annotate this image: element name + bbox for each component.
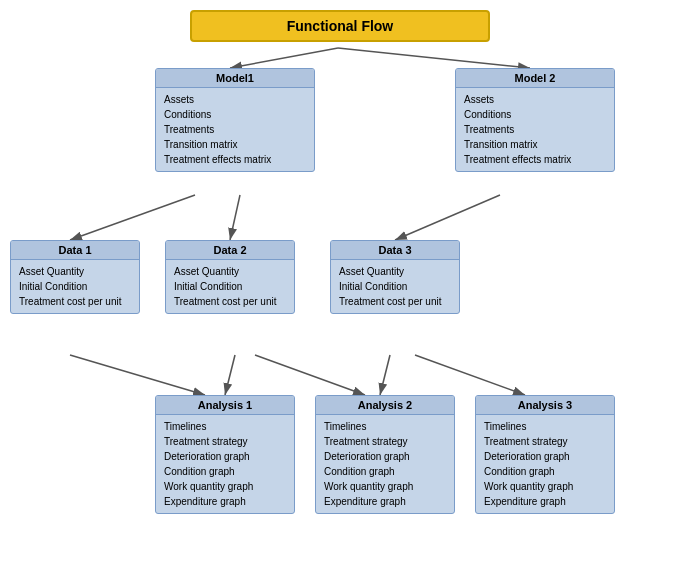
title-box: Functional Flow	[190, 10, 490, 42]
analysis3-item-2: Deterioration graph	[484, 449, 606, 464]
analysis2-box: Analysis 2 Timelines Treatment strategy …	[315, 395, 455, 514]
data3-box: Data 3 Asset Quantity Initial Condition …	[330, 240, 460, 314]
svg-line-6	[70, 355, 205, 395]
model1-item-1: Conditions	[164, 107, 306, 122]
diagram-container: Functional Flow Model1 Assets Conditions…	[0, 0, 675, 579]
model2-body: Assets Conditions Treatments Transition …	[456, 88, 614, 171]
model1-item-0: Assets	[164, 92, 306, 107]
analysis3-item-1: Treatment strategy	[484, 434, 606, 449]
model2-item-1: Conditions	[464, 107, 606, 122]
analysis3-item-3: Condition graph	[484, 464, 606, 479]
analysis1-item-2: Deterioration graph	[164, 449, 286, 464]
data1-box: Data 1 Asset Quantity Initial Condition …	[10, 240, 140, 314]
data1-item-2: Treatment cost per unit	[19, 294, 131, 309]
analysis2-item-2: Deterioration graph	[324, 449, 446, 464]
model2-item-3: Transition matrix	[464, 137, 606, 152]
model1-item-2: Treatments	[164, 122, 306, 137]
analysis2-header: Analysis 2	[316, 396, 454, 415]
svg-line-10	[415, 355, 525, 395]
svg-line-5	[395, 195, 500, 240]
model1-body: Assets Conditions Treatments Transition …	[156, 88, 314, 171]
model2-item-0: Assets	[464, 92, 606, 107]
data3-item-1: Initial Condition	[339, 279, 451, 294]
analysis1-item-4: Work quantity graph	[164, 479, 286, 494]
data3-body: Asset Quantity Initial Condition Treatme…	[331, 260, 459, 313]
analysis3-body: Timelines Treatment strategy Deteriorati…	[476, 415, 614, 513]
analysis1-item-1: Treatment strategy	[164, 434, 286, 449]
data3-item-0: Asset Quantity	[339, 264, 451, 279]
svg-line-9	[380, 355, 390, 395]
data1-item-0: Asset Quantity	[19, 264, 131, 279]
model1-header: Model1	[156, 69, 314, 88]
data2-item-0: Asset Quantity	[174, 264, 286, 279]
data2-header: Data 2	[166, 241, 294, 260]
data2-item-1: Initial Condition	[174, 279, 286, 294]
data3-item-2: Treatment cost per unit	[339, 294, 451, 309]
model1-box: Model1 Assets Conditions Treatments Tran…	[155, 68, 315, 172]
analysis3-item-5: Expenditure graph	[484, 494, 606, 509]
analysis1-header: Analysis 1	[156, 396, 294, 415]
data2-item-2: Treatment cost per unit	[174, 294, 286, 309]
analysis3-item-4: Work quantity graph	[484, 479, 606, 494]
analysis1-item-0: Timelines	[164, 419, 286, 434]
analysis3-box: Analysis 3 Timelines Treatment strategy …	[475, 395, 615, 514]
data2-body: Asset Quantity Initial Condition Treatme…	[166, 260, 294, 313]
model1-item-3: Transition matrix	[164, 137, 306, 152]
svg-line-7	[225, 355, 235, 395]
analysis2-body: Timelines Treatment strategy Deteriorati…	[316, 415, 454, 513]
svg-line-8	[255, 355, 365, 395]
model2-header: Model 2	[456, 69, 614, 88]
data1-body: Asset Quantity Initial Condition Treatme…	[11, 260, 139, 313]
analysis2-item-3: Condition graph	[324, 464, 446, 479]
analysis3-header: Analysis 3	[476, 396, 614, 415]
analysis1-item-5: Expenditure graph	[164, 494, 286, 509]
svg-line-2	[338, 48, 530, 68]
svg-line-3	[70, 195, 195, 240]
model1-item-4: Treatment effects matrix	[164, 152, 306, 167]
analysis1-box: Analysis 1 Timelines Treatment strategy …	[155, 395, 295, 514]
analysis2-item-1: Treatment strategy	[324, 434, 446, 449]
analysis2-item-4: Work quantity graph	[324, 479, 446, 494]
analysis2-item-5: Expenditure graph	[324, 494, 446, 509]
svg-line-1	[230, 48, 338, 68]
analysis1-body: Timelines Treatment strategy Deteriorati…	[156, 415, 294, 513]
data1-header: Data 1	[11, 241, 139, 260]
model2-item-2: Treatments	[464, 122, 606, 137]
data2-box: Data 2 Asset Quantity Initial Condition …	[165, 240, 295, 314]
analysis3-item-0: Timelines	[484, 419, 606, 434]
model2-box: Model 2 Assets Conditions Treatments Tra…	[455, 68, 615, 172]
svg-line-4	[230, 195, 240, 240]
data1-item-1: Initial Condition	[19, 279, 131, 294]
model2-item-4: Treatment effects matrix	[464, 152, 606, 167]
analysis1-item-3: Condition graph	[164, 464, 286, 479]
title-text: Functional Flow	[287, 18, 394, 34]
data3-header: Data 3	[331, 241, 459, 260]
analysis2-item-0: Timelines	[324, 419, 446, 434]
